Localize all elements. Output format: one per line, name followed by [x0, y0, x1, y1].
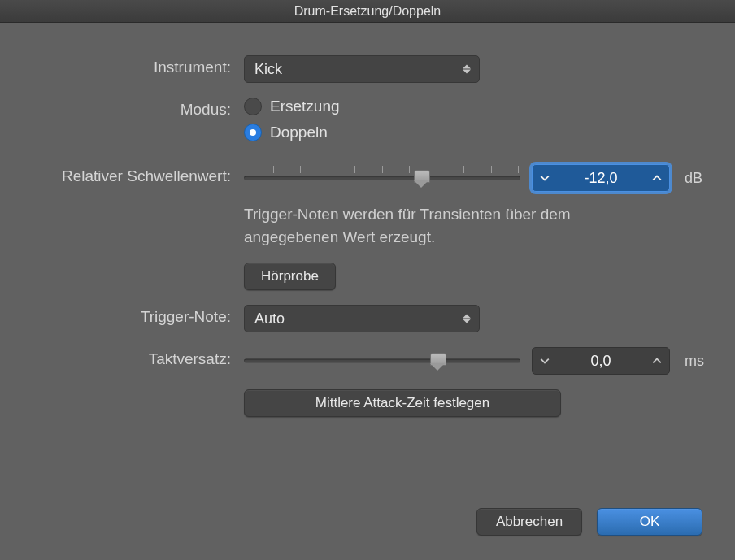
radio-double[interactable]: Doppeln	[244, 124, 340, 141]
label-offset: Taktversatz:	[24, 347, 244, 368]
cancel-label: Abbrechen	[496, 514, 563, 530]
threshold-help-text: Trigger-Noten werden für Transienten übe…	[244, 203, 634, 248]
set-attack-time-button[interactable]: Mittlere Attack-Zeit festlegen	[244, 389, 561, 417]
threshold-decrement[interactable]	[533, 165, 557, 191]
offset-decrement[interactable]	[533, 348, 557, 374]
cancel-button[interactable]: Abbrechen	[476, 508, 582, 536]
slider-ticks	[244, 166, 520, 176]
dialog-window: Drum-Ersetzung/Doppeln Instrument: Kick …	[0, 0, 735, 560]
threshold-unit: dB	[685, 170, 702, 187]
ok-label: OK	[640, 514, 660, 530]
label-instrument: Instrument:	[24, 55, 244, 76]
label-trigger-note: Trigger-Note:	[24, 305, 244, 326]
dropdown-arrows-icon	[463, 65, 471, 74]
row-set-attack: Mittlere Attack-Zeit festlegen	[24, 389, 711, 417]
dialog-content: Instrument: Kick Modus: Ersetzung	[0, 23, 735, 560]
radio-replace-label: Ersetzung	[270, 98, 340, 115]
threshold-spinner[interactable]: -12,0	[532, 164, 670, 192]
chevron-up-icon	[652, 356, 662, 366]
row-prelisten: Hörprobe	[24, 263, 711, 290]
row-offset: Taktversatz: 0,0	[24, 347, 711, 375]
offset-increment[interactable]	[645, 348, 669, 374]
radio-replace[interactable]: Ersetzung	[244, 98, 340, 115]
prelisten-label: Hörprobe	[261, 268, 319, 284]
row-trigger-note: Trigger-Note: Auto	[24, 305, 711, 332]
offset-value[interactable]: 0,0	[557, 353, 645, 370]
mode-radio-group: Ersetzung Doppeln	[244, 98, 340, 141]
row-threshold-help: Trigger-Noten werden für Transienten übe…	[24, 203, 711, 248]
title-bar: Drum-Ersetzung/Doppeln	[0, 0, 735, 23]
window-title: Drum-Ersetzung/Doppeln	[294, 4, 441, 19]
chevron-down-icon	[540, 173, 550, 183]
set-attack-label: Mittlere Attack-Zeit festlegen	[315, 395, 489, 411]
dialog-footer: Abbrechen OK	[24, 508, 711, 536]
offset-slider[interactable]	[244, 349, 520, 373]
row-mode: Modus: Ersetzung Doppeln	[24, 98, 711, 141]
radio-double-label: Doppeln	[270, 124, 328, 141]
threshold-increment[interactable]	[645, 165, 669, 191]
row-threshold: Relativer Schwellenwert: -12,0	[24, 164, 711, 192]
ok-button[interactable]: OK	[597, 508, 702, 536]
label-threshold: Relativer Schwellenwert:	[24, 164, 244, 185]
offset-spinner[interactable]: 0,0	[532, 347, 670, 375]
row-instrument: Instrument: Kick	[24, 55, 711, 83]
dropdown-arrows-icon	[463, 315, 471, 323]
threshold-value[interactable]: -12,0	[557, 170, 645, 187]
label-mode: Modus:	[24, 98, 244, 119]
chevron-up-icon	[652, 173, 662, 183]
trigger-note-value: Auto	[254, 310, 285, 328]
threshold-slider[interactable]	[244, 166, 520, 190]
slider-track	[244, 176, 520, 180]
chevron-down-icon	[540, 356, 550, 366]
instrument-value: Kick	[254, 61, 282, 78]
prelisten-button[interactable]: Hörprobe	[244, 263, 336, 290]
radio-double-indicator	[244, 124, 262, 141]
slider-track	[244, 359, 520, 363]
trigger-note-dropdown[interactable]: Auto	[244, 305, 480, 332]
radio-replace-indicator	[244, 98, 262, 115]
instrument-dropdown[interactable]: Kick	[244, 55, 480, 83]
offset-unit: ms	[685, 353, 704, 370]
